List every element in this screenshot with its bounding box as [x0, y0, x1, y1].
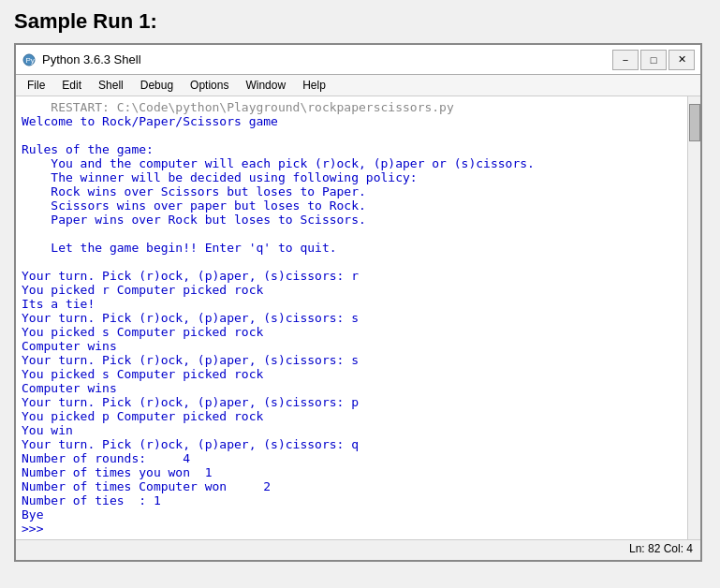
menu-shell[interactable]: Shell — [91, 77, 131, 94]
page-title: Sample Run 1: — [14, 9, 157, 34]
menu-debug[interactable]: Debug — [133, 77, 181, 94]
menu-bar: File Edit Shell Debug Options Window Hel… — [16, 75, 700, 96]
menu-edit[interactable]: Edit — [54, 77, 89, 94]
shell-output: RESTART: C:\Code\python\Playground\rockp… — [22, 100, 683, 536]
maximize-button[interactable]: □ — [640, 50, 667, 70]
scroll-thumb[interactable] — [689, 104, 700, 141]
window-title: Python 3.6.3 Shell — [42, 52, 612, 66]
shell-text[interactable]: RESTART: C:\Code\python\Playground\rockp… — [16, 96, 700, 539]
python-icon: Py — [22, 52, 37, 67]
shell-content-area: RESTART: C:\Code\python\Playground\rockp… — [16, 96, 700, 539]
svg-text:Py: Py — [26, 56, 35, 65]
title-bar: Py Python 3.6.3 Shell − □ ✕ — [16, 45, 700, 75]
window-controls: − □ ✕ — [612, 50, 695, 70]
status-text: Ln: 82 Col: 4 — [629, 542, 693, 558]
close-button[interactable]: ✕ — [669, 50, 695, 70]
scrollbar[interactable] — [687, 96, 700, 539]
python-shell-window: Py Python 3.6.3 Shell − □ ✕ File Edit Sh… — [14, 43, 702, 562]
menu-options[interactable]: Options — [183, 77, 236, 94]
minimize-button[interactable]: − — [612, 50, 639, 70]
menu-window[interactable]: Window — [238, 77, 293, 94]
status-bar: Ln: 82 Col: 4 — [16, 539, 700, 560]
menu-file[interactable]: File — [20, 77, 52, 94]
menu-help[interactable]: Help — [295, 77, 333, 94]
